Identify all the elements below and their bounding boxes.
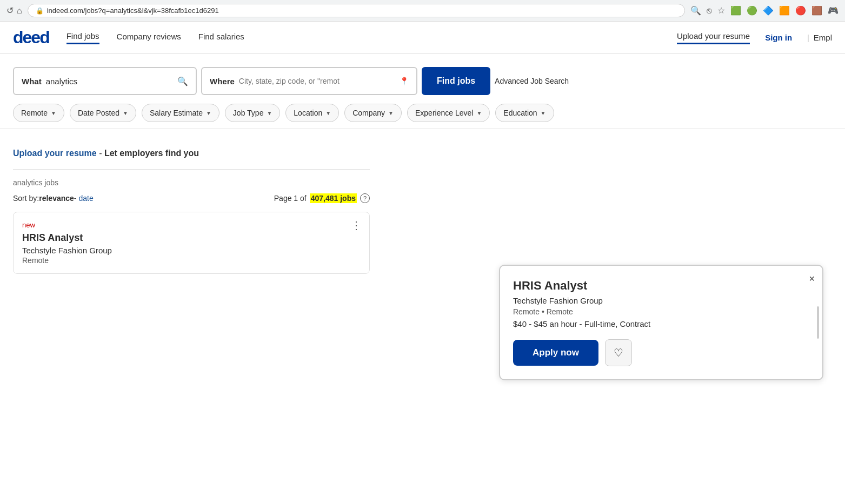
url-text: indeed.com/jobs?q=analytics&l&vjk=38fcaf…: [47, 6, 219, 15]
find-jobs-button[interactable]: Find jobs: [422, 67, 490, 95]
job-card[interactable]: new HRIS Analyst Techstyle Fashion Group…: [13, 212, 370, 274]
filter-experience-level-label: Experience Level: [415, 109, 473, 117]
upload-resume-link[interactable]: Upload your resume: [13, 149, 97, 158]
job-badge-new: new: [22, 221, 361, 229]
lock-icon: 🔒: [36, 7, 44, 15]
browser-chrome: ↺ ⌂ 🔒 indeed.com/jobs?q=analytics&l&vjk=…: [0, 0, 845, 22]
filter-company-label: Company: [352, 109, 385, 117]
banner-divider: [13, 169, 370, 170]
what-label: What: [22, 77, 42, 86]
nav-company-reviews[interactable]: Company reviews: [117, 32, 181, 43]
filter-date-posted[interactable]: Date Posted ▼: [70, 104, 136, 122]
browser-nav-controls[interactable]: ↺ ⌂: [6, 5, 22, 16]
search-area: What 🔍 Where 📍 Find jobs Advanced Job Se…: [0, 54, 845, 95]
job-card-company: Techstyle Fashion Group: [22, 246, 361, 255]
analytics-label: analytics jobs: [13, 178, 370, 187]
detail-job-title: HRIS Analyst: [513, 279, 809, 285]
browser-ext-4[interactable]: 🟧: [779, 5, 790, 16]
job-card-title: HRIS Analyst: [22, 232, 361, 244]
filter-job-type[interactable]: Job Type ▼: [225, 104, 280, 122]
nav-upload-resume[interactable]: Upload your resume: [677, 31, 750, 44]
nav-employers[interactable]: Empl: [814, 33, 832, 42]
url-bar[interactable]: 🔒 indeed.com/jobs?q=analytics&l&vjk=38fc…: [28, 4, 685, 17]
upload-dash: -: [97, 149, 104, 158]
upload-banner: Upload your resume - Let employers find …: [13, 149, 370, 158]
close-button[interactable]: ×: [809, 273, 815, 285]
where-search-box: Where 📍: [201, 67, 417, 95]
chevron-down-icon: ▼: [476, 110, 482, 116]
chevron-down-icon: ▼: [123, 110, 128, 116]
chevron-down-icon: ▼: [206, 110, 211, 116]
browser-ext-2[interactable]: 🟢: [747, 5, 757, 16]
filter-salary-estimate-label: Salary Estimate: [150, 109, 203, 117]
browser-bookmark-icon[interactable]: ☆: [717, 5, 725, 16]
filters-area: Remote ▼ Date Posted ▼ Salary Estimate ▼…: [0, 95, 845, 129]
filter-remote-label: Remote: [21, 109, 48, 117]
home-icon[interactable]: ⌂: [17, 6, 22, 16]
refresh-icon[interactable]: ↺: [6, 5, 14, 16]
logo-text: deed: [13, 28, 49, 47]
filter-location[interactable]: Location ▼: [285, 104, 339, 122]
sort-dash: -: [74, 194, 77, 203]
filter-education-label: Education: [503, 109, 537, 117]
page-prefix: Page 1 of: [274, 194, 307, 203]
job-card-location: Remote: [22, 256, 361, 265]
filter-remote[interactable]: Remote ▼: [13, 104, 64, 122]
chevron-down-icon: ▼: [267, 110, 272, 116]
site-header: deed Find jobs Company reviews Find sala…: [0, 22, 845, 54]
what-input[interactable]: [46, 77, 173, 86]
advanced-search-link[interactable]: Advanced Job Search: [495, 77, 569, 85]
browser-ext-1[interactable]: 🟩: [730, 5, 741, 16]
filter-experience-level[interactable]: Experience Level ▼: [407, 104, 490, 122]
site-logo: deed: [13, 28, 49, 48]
chevron-down-icon: ▼: [388, 110, 394, 116]
nav-right: Upload your resume Sign in | Empl: [677, 31, 832, 44]
location-pin-icon: 📍: [400, 77, 409, 85]
sort-relevance: relevance: [39, 194, 74, 203]
filter-location-label: Location: [294, 109, 322, 117]
chevron-down-icon: ▼: [325, 110, 331, 116]
main-content: Upload your resume - Let employers find …: [0, 138, 845, 285]
where-input[interactable]: [239, 77, 395, 85]
browser-ext-5[interactable]: 🔴: [795, 5, 806, 16]
nav-find-jobs[interactable]: Find jobs: [66, 31, 99, 44]
chevron-down-icon: ▼: [541, 110, 546, 116]
page-info: Page 1 of 407,481 jobs ?: [274, 193, 370, 203]
sort-date-link[interactable]: date: [79, 194, 94, 203]
filter-job-type-label: Job Type: [233, 109, 264, 117]
filter-date-posted-label: Date Posted: [78, 109, 119, 117]
browser-ext-3[interactable]: 🔷: [763, 5, 774, 16]
left-panel: Upload your resume - Let employers find …: [13, 149, 370, 274]
nav-sign-in[interactable]: Sign in: [765, 33, 792, 42]
job-detail-panel: × HRIS Analyst Techstyle Fashion Group R…: [499, 265, 823, 285]
nav-find-salaries[interactable]: Find salaries: [198, 32, 244, 43]
where-label: Where: [210, 77, 235, 86]
browser-toolbar: 🔍 ⎋ ☆ 🟩 🟢 🔷 🟧 🔴 🟫 🎮: [690, 5, 839, 16]
upload-text: Let employers find you: [104, 149, 199, 158]
filter-education[interactable]: Education ▼: [495, 104, 554, 122]
filter-company[interactable]: Company ▼: [344, 104, 402, 122]
search-icon[interactable]: 🔍: [177, 76, 188, 86]
browser-ext-7[interactable]: 🎮: [828, 5, 839, 16]
sort-prefix: Sort by:: [13, 194, 39, 203]
job-card-menu-icon[interactable]: ⋮: [351, 220, 362, 231]
chevron-down-icon: ▼: [51, 110, 56, 116]
browser-ext-6[interactable]: 🟫: [811, 5, 822, 16]
browser-share-icon[interactable]: ⎋: [707, 6, 712, 16]
sort-row: Sort by: relevance - date Page 1 of 407,…: [13, 193, 370, 203]
job-count: 407,481 jobs: [310, 193, 357, 203]
filter-salary-estimate[interactable]: Salary Estimate ▼: [142, 104, 219, 122]
info-icon[interactable]: ?: [360, 193, 370, 203]
browser-search-icon[interactable]: 🔍: [690, 5, 701, 16]
primary-nav: Find jobs Company reviews Find salaries: [66, 31, 660, 44]
what-search-box: What 🔍: [13, 67, 197, 95]
